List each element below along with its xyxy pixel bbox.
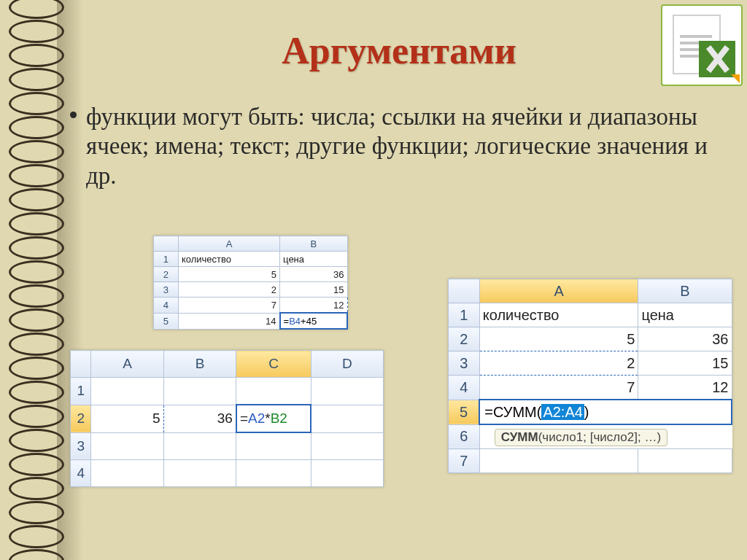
row-header[interactable]: 3 <box>71 432 91 460</box>
cell[interactable] <box>91 460 163 487</box>
cell[interactable]: количество <box>479 303 638 327</box>
formula-text: ) <box>584 404 589 420</box>
cell[interactable] <box>236 378 311 405</box>
cell[interactable]: 36 <box>280 267 347 282</box>
cell-editing[interactable]: =СУММ(A2:A4) <box>479 400 732 424</box>
bullet-text: функции могут быть: числа; ссылки на яче… <box>86 102 718 190</box>
tooltip-fn-args: (число1; [число2]; …) <box>538 430 661 444</box>
row-header[interactable]: 4 <box>154 298 179 314</box>
cell[interactable]: количество <box>178 252 279 267</box>
slide-title: Аргументами <box>146 29 652 72</box>
cell[interactable] <box>91 432 163 460</box>
row-header[interactable]: 1 <box>71 378 91 405</box>
excel-logo-icon <box>661 4 743 86</box>
row-header[interactable]: 3 <box>154 282 179 298</box>
spreadsheet-sum-example: A B 1 количество цена 2 5 36 3 2 15 4 7 <box>448 279 732 473</box>
cell[interactable]: 2 <box>178 282 279 298</box>
cell[interactable] <box>236 432 311 460</box>
col-header-selected[interactable]: C <box>236 351 311 378</box>
spiral-binding <box>7 0 73 560</box>
bullet-dot-icon <box>70 112 77 118</box>
row-header[interactable]: 5 <box>154 313 179 329</box>
cell-in-range[interactable]: 7 <box>479 376 638 400</box>
col-header[interactable]: B <box>163 351 236 378</box>
row-header[interactable]: 2 <box>449 327 480 351</box>
cell[interactable] <box>311 460 383 487</box>
row-header[interactable]: 4 <box>449 376 480 400</box>
col-header[interactable]: A <box>178 236 279 252</box>
cell[interactable]: 15 <box>638 351 732 376</box>
cell[interactable]: 14 <box>178 313 279 329</box>
cell[interactable] <box>163 460 236 487</box>
select-all-corner[interactable] <box>71 351 91 378</box>
tooltip-fn-name: СУММ <box>501 430 538 444</box>
range-reference: A2:A4 <box>541 404 584 420</box>
tooltip-cell: СУММ(число1; [число2]; …) <box>479 424 732 449</box>
cell-editing[interactable]: =B4+45 <box>280 313 347 329</box>
row-header-selected[interactable]: 5 <box>449 400 480 424</box>
row-header[interactable]: 4 <box>71 460 91 487</box>
bullet-content: функции могут быть: числа; ссылки на яче… <box>86 104 708 189</box>
function-tooltip: СУММ(число1; [число2]; …) <box>495 429 667 446</box>
row-header[interactable]: 6 <box>449 424 480 449</box>
cell-referenced[interactable]: 5 <box>91 405 163 432</box>
formula-text: =СУММ( <box>484 404 541 420</box>
cell-reference: A2 <box>248 411 265 426</box>
col-header[interactable]: A <box>91 351 163 378</box>
row-header[interactable]: 1 <box>154 252 179 267</box>
row-header[interactable]: 2 <box>154 267 179 282</box>
cell[interactable] <box>163 432 236 460</box>
cell[interactable] <box>236 460 311 487</box>
select-all-corner[interactable] <box>154 236 179 252</box>
cell-in-range[interactable]: 2 <box>479 351 638 376</box>
cell-reference: B4 <box>289 316 301 327</box>
cell[interactable]: 36 <box>638 327 732 351</box>
cell[interactable]: цена <box>638 303 732 327</box>
cell-editing[interactable]: =A2*B2 <box>236 405 311 432</box>
cell[interactable] <box>311 378 383 405</box>
spreadsheet-small: A B 1 количество цена 2 5 36 3 2 15 4 7 <box>153 236 348 330</box>
formula-text: = <box>240 411 248 426</box>
cell[interactable] <box>163 378 236 405</box>
cell[interactable] <box>479 449 638 473</box>
col-header-selected[interactable]: A <box>479 279 638 303</box>
cell[interactable] <box>311 432 383 460</box>
cell[interactable]: 7 <box>178 298 279 314</box>
row-header[interactable]: 3 <box>449 351 480 376</box>
formula-text: +45 <box>301 316 317 327</box>
formula-text: * <box>265 411 270 426</box>
cell[interactable]: 5 <box>178 267 279 282</box>
cell[interactable]: 15 <box>280 282 347 298</box>
spreadsheet-formula-example: A B C D 1 2 5 36 =A2*B2 <box>70 350 384 487</box>
col-header[interactable]: B <box>638 279 732 303</box>
row-header-selected[interactable]: 2 <box>71 405 91 432</box>
cell[interactable] <box>638 449 732 473</box>
cell-in-range[interactable]: 5 <box>479 327 638 351</box>
cell[interactable] <box>91 378 163 405</box>
cell-reference: B2 <box>271 411 287 426</box>
row-header[interactable]: 1 <box>449 303 480 327</box>
cell[interactable]: цена <box>280 252 347 267</box>
col-header[interactable]: D <box>311 351 383 378</box>
col-header[interactable]: B <box>280 236 347 252</box>
cell-referenced[interactable]: 12 <box>280 298 347 314</box>
select-all-corner[interactable] <box>449 279 480 303</box>
cell-referenced[interactable]: 36 <box>163 405 236 432</box>
cell[interactable] <box>311 405 383 432</box>
row-header[interactable]: 7 <box>449 449 480 473</box>
cell[interactable]: 12 <box>638 376 732 400</box>
